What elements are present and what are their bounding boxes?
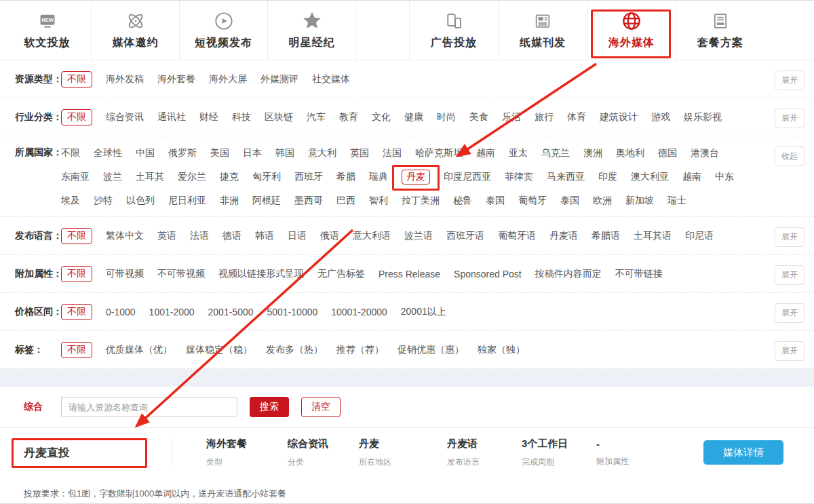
- country-item[interactable]: 法国: [383, 147, 402, 159]
- country-item[interactable]: 泰国: [486, 195, 505, 207]
- tab-celebrity-agency[interactable]: 明星经纪: [268, 1, 356, 60]
- country-item[interactable]: 德国: [658, 147, 677, 159]
- filter-item[interactable]: 财经: [199, 111, 218, 123]
- filter-item[interactable]: 优质媒体（优）: [106, 344, 172, 356]
- country-item[interactable]: 爱尔兰: [178, 171, 206, 183]
- country-item[interactable]: 瑞士: [667, 195, 686, 207]
- tab-overseas-media[interactable]: 海外媒体: [587, 1, 676, 60]
- country-item[interactable]: 印度: [598, 171, 617, 183]
- country-item[interactable]: 新加坡: [625, 195, 654, 207]
- filter-item[interactable]: 繁体中文: [106, 230, 144, 242]
- country-item[interactable]: 智利: [369, 195, 388, 207]
- country-item[interactable]: 中国: [136, 147, 155, 159]
- search-input[interactable]: [61, 397, 237, 417]
- country-item[interactable]: 非洲: [220, 195, 239, 207]
- country-item[interactable]: 沙特: [94, 195, 113, 207]
- tab-soft-article-release[interactable]: NEW 软文投放: [3, 1, 92, 60]
- country-item[interactable]: 希腊: [336, 171, 355, 183]
- country-item[interactable]: 港澳台: [691, 147, 719, 159]
- filter-item[interactable]: 1001-2000: [149, 307, 195, 317]
- filter-selected-unlimited[interactable]: 不限: [61, 109, 92, 125]
- country-item-denmark[interactable]: 丹麦: [402, 170, 430, 185]
- country-item[interactable]: 澳洲: [583, 147, 602, 159]
- result-title-text[interactable]: 丹麦直投: [24, 446, 70, 459]
- collapse-button[interactable]: 收起: [775, 147, 805, 166]
- filter-item[interactable]: 可带视频: [106, 268, 144, 280]
- filter-item[interactable]: 科技: [232, 111, 251, 123]
- filter-item[interactable]: 丹麦语: [549, 230, 578, 242]
- country-item[interactable]: 西班牙: [294, 171, 323, 183]
- filter-item[interactable]: 海外发稿: [106, 73, 144, 85]
- country-item[interactable]: 越南: [682, 171, 701, 183]
- expand-button[interactable]: 展开: [775, 265, 805, 285]
- filter-item[interactable]: 游戏: [651, 111, 670, 123]
- country-item[interactable]: 捷克: [220, 171, 239, 183]
- filter-item[interactable]: 土耳其语: [634, 230, 672, 242]
- country-item[interactable]: 埃及: [61, 195, 80, 207]
- filter-item[interactable]: 独家（独）: [478, 344, 525, 356]
- filter-item[interactable]: 美食: [469, 111, 488, 123]
- country-item[interactable]: 英国: [350, 147, 369, 159]
- filter-selected-unlimited[interactable]: 不限: [61, 342, 92, 358]
- filter-item[interactable]: 促销优惠（惠）: [398, 344, 464, 356]
- country-item[interactable]: 全球性: [94, 147, 122, 159]
- expand-button[interactable]: 展开: [775, 303, 805, 323]
- country-item[interactable]: 尼日利亚: [168, 195, 206, 207]
- filter-item[interactable]: 5001-10000: [267, 307, 318, 317]
- filter-item[interactable]: 英语: [157, 230, 176, 242]
- filter-item[interactable]: 乐活: [502, 111, 521, 123]
- country-item[interactable]: 中东: [715, 171, 734, 183]
- country-item[interactable]: 秘鲁: [453, 195, 472, 207]
- filter-item[interactable]: 按稿件内容而定: [535, 268, 602, 280]
- country-item[interactable]: 东南亚: [61, 171, 90, 183]
- filter-item[interactable]: 视频以链接形式呈现: [218, 268, 304, 280]
- country-item[interactable]: 印度尼西亚: [444, 171, 491, 183]
- country-item[interactable]: 不限: [61, 147, 80, 159]
- country-item[interactable]: 马来西亚: [547, 171, 585, 183]
- filter-item[interactable]: 意大利语: [353, 230, 391, 242]
- expand-button[interactable]: 展开: [775, 227, 805, 247]
- filter-item[interactable]: 2001-5000: [208, 307, 254, 317]
- country-item[interactable]: 哈萨克斯坦: [415, 147, 463, 159]
- filter-item[interactable]: 葡萄牙语: [498, 230, 536, 242]
- country-item[interactable]: 日本: [243, 147, 262, 159]
- country-item[interactable]: 巴西: [336, 195, 355, 207]
- filter-item[interactable]: Press Release: [379, 269, 440, 279]
- tab-package-plan[interactable]: 套餐方案: [676, 1, 764, 60]
- filter-item[interactable]: 娱乐影视: [684, 111, 722, 123]
- filter-item[interactable]: 媒体稳定（稳）: [186, 344, 252, 356]
- filter-item[interactable]: 希腊语: [592, 230, 620, 242]
- tab-print-media-publish[interactable]: 纸媒刊发: [498, 1, 587, 60]
- filter-item[interactable]: 通讯社: [157, 111, 186, 123]
- filter-item[interactable]: 不可带视频: [157, 268, 205, 280]
- filter-item[interactable]: 俄语: [320, 230, 339, 242]
- expand-button[interactable]: 展开: [775, 71, 805, 90]
- filter-selected-unlimited[interactable]: 不限: [61, 71, 92, 88]
- filter-item[interactable]: 健康: [404, 111, 423, 123]
- expand-button[interactable]: 展开: [775, 341, 805, 361]
- filter-item[interactable]: 建筑设计: [600, 111, 638, 123]
- filter-item[interactable]: 文化: [372, 111, 391, 123]
- filter-item[interactable]: 10001-20000: [331, 307, 387, 317]
- filter-item[interactable]: 海外大屏: [209, 73, 247, 85]
- filter-item[interactable]: 无广告标签: [317, 268, 365, 280]
- country-item[interactable]: 美国: [210, 147, 229, 159]
- filter-selected-unlimited[interactable]: 不限: [61, 228, 92, 244]
- country-item[interactable]: 泰国: [560, 195, 579, 207]
- tab-short-video-publish[interactable]: 短视频发布: [180, 1, 268, 60]
- country-item[interactable]: 欧洲: [593, 195, 612, 207]
- filter-item[interactable]: 不可带链接: [615, 268, 663, 280]
- filter-item[interactable]: 日语: [288, 230, 307, 242]
- filter-item[interactable]: 体育: [567, 111, 586, 123]
- filter-item[interactable]: 波兰语: [404, 230, 433, 242]
- country-item[interactable]: 瑞典: [369, 171, 388, 183]
- expand-button[interactable]: 展开: [775, 109, 805, 128]
- filter-item[interactable]: 教育: [339, 111, 358, 123]
- filter-item[interactable]: 韩语: [255, 230, 274, 242]
- filter-item[interactable]: 区块链: [265, 111, 293, 123]
- country-item[interactable]: 意大利: [308, 147, 336, 159]
- filter-item[interactable]: 0-1000: [106, 307, 136, 317]
- filter-item[interactable]: 综合资讯: [106, 111, 144, 123]
- country-item[interactable]: 波兰: [103, 171, 122, 183]
- country-item[interactable]: 菲律宾: [505, 171, 533, 183]
